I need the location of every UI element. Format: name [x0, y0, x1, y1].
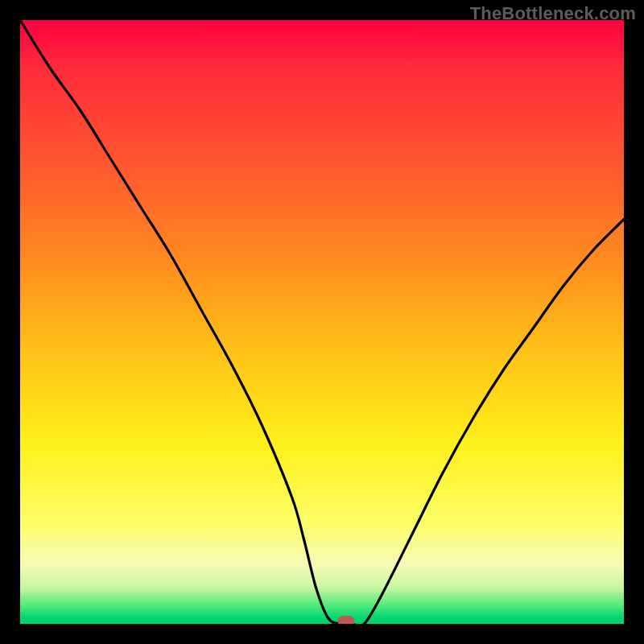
plot-area [20, 20, 624, 624]
figure-frame: TheBottleneck.com [0, 0, 644, 644]
curve-layer [20, 20, 624, 624]
optimal-point-marker [338, 616, 354, 624]
watermark-text: TheBottleneck.com [470, 3, 636, 24]
bottleneck-curve [20, 20, 624, 624]
